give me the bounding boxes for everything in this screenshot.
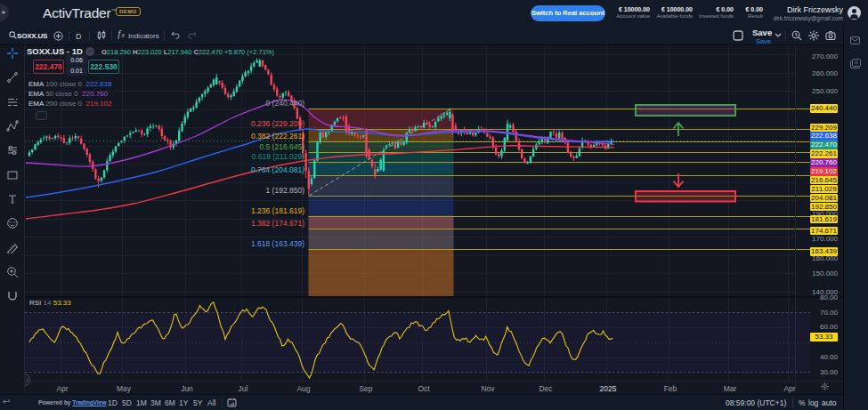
svg-text:1 (192.850): 1 (192.850) (266, 186, 305, 195)
svg-text:0 (240.440): 0 (240.440) (266, 99, 305, 108)
svg-text:0.382 (222.261): 0.382 (222.261) (251, 132, 304, 141)
svg-text:0.236 (229.209): 0.236 (229.209) (251, 119, 304, 128)
svg-text:1.236 (181.619): 1.236 (181.619) (251, 206, 304, 215)
svg-text:0.764 (204.081): 0.764 (204.081) (251, 165, 304, 174)
svg-text:0.5 (216.645): 0.5 (216.645) (259, 142, 304, 151)
svg-text:1.618 (163.439): 1.618 (163.439) (251, 239, 304, 248)
svg-text:0.618 (211.029): 0.618 (211.029) (252, 152, 305, 161)
svg-text:1.382 (174.671): 1.382 (174.671) (251, 219, 304, 228)
